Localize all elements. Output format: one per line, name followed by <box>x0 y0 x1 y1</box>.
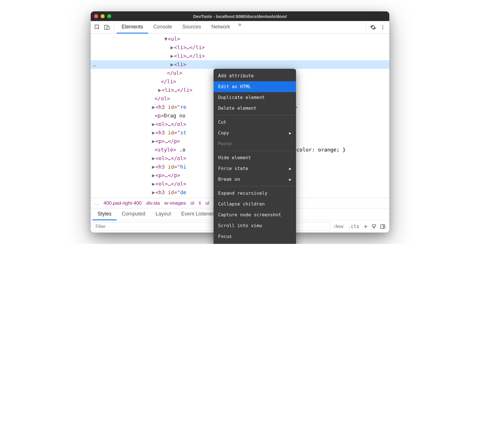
context-menu-label: Add attribute <box>218 72 254 80</box>
tree-row[interactable]: ▶<li>…</li> <box>91 43 389 52</box>
minimize-window-button[interactable] <box>101 14 105 18</box>
devtools-window: DevTools - localhost:8080/docs/devtools/… <box>91 11 389 233</box>
crumb[interactable]: er-images <box>164 200 186 206</box>
main-toolbar: Elements Console Sources Network » <box>91 21 389 34</box>
context-menu-item[interactable]: Copy▶ <box>214 128 296 138</box>
context-menu-label: Collapse children <box>218 200 265 208</box>
context-menu-separator <box>214 186 296 186</box>
tab-sources[interactable]: Sources <box>177 21 206 34</box>
context-menu-label: Copy <box>218 129 229 137</box>
context-menu-item[interactable]: Break on▶ <box>214 174 296 185</box>
traffic-lights <box>94 14 111 18</box>
new-style-rule-icon[interactable] <box>361 224 370 229</box>
context-menu-label: Focus <box>218 232 232 241</box>
device-toolbar-icon[interactable] <box>102 22 112 32</box>
toolbar-separator <box>114 23 114 31</box>
context-menu-item[interactable]: Add attribute <box>214 70 296 81</box>
crumb[interactable]: ul <box>205 200 209 206</box>
window-title: DevTools - localhost:8080/docs/devtools/… <box>91 14 389 19</box>
subtab-layout[interactable]: Layout <box>150 208 176 220</box>
context-menu-label: Enter Isolation Mode <box>218 243 273 244</box>
context-menu-separator <box>214 151 296 151</box>
crumb-ellipsis-left[interactable]: … <box>94 200 99 206</box>
hov-toggle[interactable]: :hov <box>330 224 346 229</box>
context-menu-item[interactable]: Focus <box>214 231 296 242</box>
toolbar-separator <box>366 23 366 31</box>
context-menu-label: Scroll into view <box>218 221 262 230</box>
subtab-styles[interactable]: Styles <box>92 208 117 220</box>
context-menu-item[interactable]: Force state▶ <box>214 163 296 174</box>
elements-tree[interactable]: ▼<ul> ▶<li>…</li> ▶<li>…</li> … ▶<li> </… <box>91 34 389 198</box>
svg-rect-6 <box>372 225 376 227</box>
tab-elements[interactable]: Elements <box>117 21 148 34</box>
tree-row[interactable]: ▶<li>…</li> <box>91 52 389 60</box>
context-menu-label: Capture node screenshot <box>218 211 281 219</box>
context-menu-item[interactable]: Edit as HTML <box>214 81 296 92</box>
crumb[interactable]: li <box>199 200 201 206</box>
tree-row-selected[interactable]: … ▶<li> <box>91 60 389 69</box>
context-menu-label: Hide element <box>218 154 251 162</box>
subtab-computed[interactable]: Computed <box>117 208 150 220</box>
inspect-element-icon[interactable] <box>92 22 102 32</box>
computed-sidebar-toggle-icon[interactable] <box>378 224 387 229</box>
context-menu-separator <box>214 115 296 115</box>
titlebar: DevTools - localhost:8080/docs/devtools/… <box>91 11 389 21</box>
tab-network[interactable]: Network <box>206 21 235 34</box>
context-menu-item[interactable]: Duplicate element <box>214 92 296 103</box>
close-window-button[interactable] <box>94 14 98 18</box>
context-menu-item[interactable]: Expand recursively <box>214 188 296 199</box>
context-menu-item[interactable]: Enter Isolation Mode <box>214 242 296 244</box>
settings-gear-icon[interactable] <box>368 24 378 30</box>
cls-toggle[interactable]: .cls <box>346 224 361 229</box>
svg-rect-2 <box>107 26 109 29</box>
context-menu-item[interactable]: Scroll into view <box>214 220 296 231</box>
context-menu-label: Break on <box>218 175 240 184</box>
context-menu-item[interactable]: Cut <box>214 117 296 128</box>
tabs-overflow[interactable]: » <box>235 21 244 34</box>
submenu-arrow-icon: ▶ <box>289 164 291 173</box>
svg-point-4 <box>382 27 383 28</box>
more-options-icon[interactable] <box>378 24 388 30</box>
crumb[interactable]: ol <box>191 200 194 206</box>
tree-row[interactable]: ▼<ul> <box>91 35 389 43</box>
context-menu-label: Cut <box>218 118 226 126</box>
context-menu: Add attributeEdit as HTMLDuplicate eleme… <box>214 69 296 244</box>
context-menu-item: Paste <box>214 138 296 149</box>
context-menu-label: Edit as HTML <box>218 82 251 91</box>
submenu-arrow-icon: ▶ <box>289 129 291 137</box>
paint-brush-icon[interactable] <box>370 224 378 229</box>
context-menu-item[interactable]: Collapse children <box>214 199 296 210</box>
context-menu-label: Force state <box>218 164 248 173</box>
submenu-arrow-icon: ▶ <box>289 175 291 184</box>
context-menu-item[interactable]: Capture node screenshot <box>214 210 296 220</box>
panel-tabs: Elements Console Sources Network » <box>117 21 244 34</box>
context-menu-label: Delete element <box>218 104 256 113</box>
context-menu-item[interactable]: Hide element <box>214 152 296 163</box>
zoom-window-button[interactable] <box>107 14 111 18</box>
tab-console[interactable]: Console <box>148 21 177 34</box>
context-menu-label: Paste <box>218 140 232 148</box>
crumb[interactable]: 400.pad-right-400 <box>104 200 142 206</box>
svg-point-5 <box>382 28 383 29</box>
context-menu-label: Duplicate element <box>218 93 265 102</box>
svg-point-3 <box>382 25 383 26</box>
context-menu-item[interactable]: Delete element <box>214 103 296 114</box>
crumb[interactable]: div.sta <box>146 200 160 206</box>
context-menu-label: Expand recursively <box>218 189 267 198</box>
